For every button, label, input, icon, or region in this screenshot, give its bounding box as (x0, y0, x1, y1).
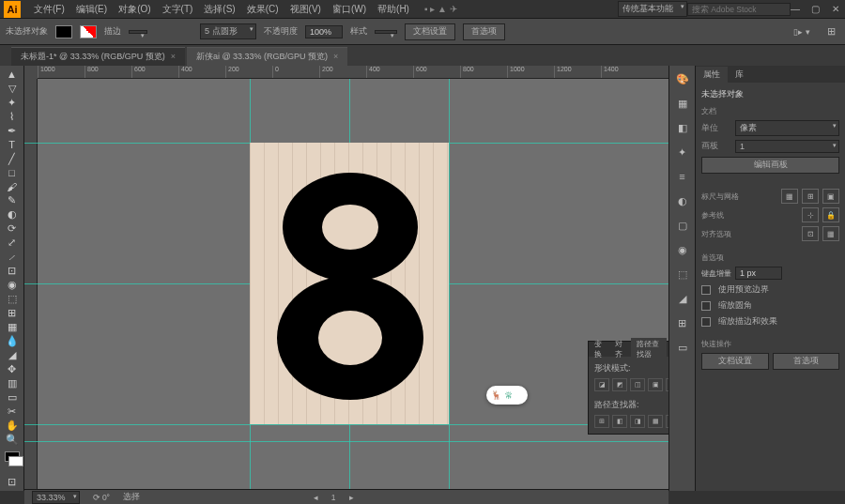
mesh-tool[interactable]: ⊞ (2, 307, 23, 319)
arrange-icon[interactable]: ⊞ (823, 25, 839, 38)
tab-libraries[interactable]: 库 (728, 67, 751, 83)
selection-tool[interactable]: ▲ (2, 69, 23, 81)
scale-strokes-checkbox[interactable] (701, 317, 711, 327)
menu-edit[interactable]: 编辑(E) (70, 3, 113, 16)
screen-mode[interactable]: ⊡ (2, 476, 23, 488)
brushes-panel-icon[interactable]: ◧ (673, 118, 692, 137)
artboard-dropdown[interactable]: 1 (735, 140, 839, 153)
menu-view[interactable]: 视图(V) (284, 3, 327, 16)
paintbrush-tool[interactable]: 🖌 (2, 180, 23, 192)
asset-export-panel-icon[interactable]: ⊞ (673, 313, 692, 332)
key-increment-input[interactable] (735, 267, 782, 280)
color-panel-icon[interactable]: 🎨 (673, 69, 692, 88)
floating-assistant[interactable]: 🦌 常 (486, 386, 528, 405)
search-input[interactable] (687, 3, 791, 16)
shape-builder-tool[interactable]: ◉ (2, 279, 23, 291)
canvas[interactable]: 1000800600400200020040060080010001200140… (24, 66, 668, 491)
pathfinder-panel[interactable]: 变换 对齐 路径查找器 « ≡ 形状模式: ◪ ◩ ◫ ▣ 扩展 路径查找器: (588, 341, 668, 435)
document-tab-1[interactable]: 未标题-1* @ 33.33% (RGB/GPU 预览)× (11, 47, 185, 66)
width-tool[interactable]: ⟋ (2, 251, 23, 263)
minimize-icon[interactable]: — (791, 4, 800, 14)
guide-h[interactable] (24, 441, 668, 442)
type-tool[interactable]: T (2, 139, 23, 151)
menu-window[interactable]: 窗口(W) (327, 3, 372, 16)
close-icon[interactable]: ✕ (832, 4, 841, 14)
slice-tool[interactable]: ✂ (2, 405, 23, 418)
opacity-input[interactable] (305, 25, 343, 38)
edit-artboards-button[interactable]: 编辑画板 (701, 157, 839, 174)
guide-h[interactable] (24, 424, 668, 425)
transparency-panel-icon[interactable]: ▢ (673, 216, 692, 235)
fill-swatch[interactable] (55, 25, 72, 38)
vertical-ruler[interactable] (24, 79, 38, 491)
artboards-panel-icon[interactable]: ▭ (673, 338, 692, 357)
style-dropdown[interactable] (375, 30, 397, 34)
rectangle-tool[interactable]: □ (2, 167, 23, 179)
document-tab-2[interactable]: 新侠ai @ 33.33% (RGB/GPU 预览)× (187, 47, 347, 66)
layers-panel-icon[interactable]: ◢ (673, 289, 692, 308)
hand-tool[interactable]: ✋ (2, 420, 23, 432)
zoom-level[interactable]: 33.33% (32, 491, 80, 504)
menu-object[interactable]: 对象(O) (113, 3, 156, 16)
close-tab-icon[interactable]: × (171, 52, 176, 61)
ruler-origin[interactable] (24, 66, 38, 79)
menu-effect[interactable]: 效果(C) (241, 3, 284, 16)
menu-extra-icons[interactable]: ▪ ▸ ▲ ✈ (424, 4, 457, 14)
menu-type[interactable]: 文字(T) (157, 3, 199, 16)
guide-v[interactable] (449, 79, 450, 491)
rotate-view-icon[interactable]: ⟳ 0° (93, 493, 111, 502)
symbol-tool[interactable]: ✥ (2, 363, 23, 375)
snap-grid-icon[interactable]: ▦ (822, 226, 839, 241)
stroke-swatch[interactable] (80, 25, 97, 38)
rotate-tool[interactable]: ⟳ (2, 222, 23, 235)
ruler-icon[interactable]: ▦ (781, 189, 798, 204)
doc-setup-quick-button[interactable]: 文档设置 (701, 353, 769, 370)
minus-front-icon[interactable]: ◩ (612, 378, 627, 391)
divide-icon[interactable]: ⊞ (594, 415, 609, 428)
show-guides-icon[interactable]: ⊹ (802, 207, 819, 222)
brush-dropdown[interactable]: 5 点圆形 (200, 23, 256, 39)
zoom-tool[interactable]: 🔍 (2, 434, 23, 446)
maximize-icon[interactable]: ▢ (811, 4, 821, 14)
direct-selection-tool[interactable]: ▽ (2, 83, 23, 95)
outline-icon[interactable]: ▢ (666, 415, 668, 428)
graph-tool[interactable]: ▥ (2, 377, 23, 389)
tab-align[interactable]: 对齐 (609, 338, 630, 360)
free-transform-tool[interactable]: ⊡ (2, 265, 23, 277)
artboard-nav-prev[interactable]: ◂ (314, 493, 318, 502)
preferences-quick-button[interactable]: 首选项 (773, 353, 840, 370)
grid-icon[interactable]: ⊞ (802, 189, 819, 204)
pen-tool[interactable]: ✒ (2, 125, 23, 137)
tab-transform[interactable]: 变换 (589, 338, 609, 360)
tab-properties[interactable]: 属性 (696, 67, 728, 83)
align-icons[interactable]: ▯▸ ▾ (788, 27, 816, 37)
artboard-tool[interactable]: ▭ (2, 391, 23, 404)
transparency-grid-icon[interactable]: ▣ (822, 189, 839, 204)
workspace-switcher[interactable]: 传统基本功能 (618, 1, 687, 17)
lasso-tool[interactable]: ⌇ (2, 111, 23, 123)
stroke-weight-dropdown[interactable] (129, 30, 147, 34)
close-tab-icon[interactable]: × (333, 52, 338, 61)
magic-wand-tool[interactable]: ✦ (2, 97, 23, 109)
units-dropdown[interactable]: 像素 (735, 120, 839, 136)
menu-file[interactable]: 文件(F) (28, 3, 70, 16)
horizontal-ruler[interactable]: 1000800600400200020040060080010001200140… (38, 66, 668, 79)
eraser-tool[interactable]: ◐ (2, 208, 23, 221)
artboard-nav-next[interactable]: ▸ (349, 493, 354, 502)
unite-icon[interactable]: ◪ (594, 378, 609, 391)
preview-bounds-checkbox[interactable] (701, 285, 711, 295)
stroke-color[interactable] (8, 456, 23, 466)
symbols-panel-icon[interactable]: ✦ (673, 143, 692, 161)
blend-tool[interactable]: ◢ (2, 349, 23, 361)
preferences-button[interactable]: 首选项 (463, 23, 505, 40)
graphic-styles-panel-icon[interactable]: ⬚ (673, 265, 692, 283)
artboard-nav-number[interactable]: 1 (331, 493, 336, 502)
intersect-icon[interactable]: ◫ (630, 378, 645, 391)
trim-icon[interactable]: ◧ (612, 415, 627, 428)
crop-icon[interactable]: ▦ (648, 415, 663, 428)
swatches-panel-icon[interactable]: ▦ (673, 94, 692, 113)
scale-corners-checkbox[interactable] (701, 301, 711, 311)
gradient-tool[interactable]: ▦ (2, 321, 23, 333)
tab-pathfinder[interactable]: 路径查找器 (631, 338, 667, 360)
appearance-panel-icon[interactable]: ◉ (673, 240, 692, 259)
